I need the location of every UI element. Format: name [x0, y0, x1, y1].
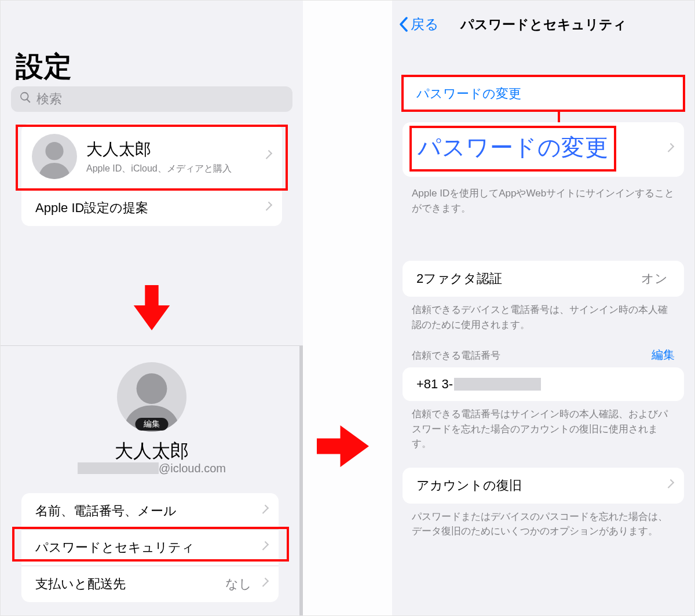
apple-id-suggestion-row[interactable]: Apple ID設定の提案 — [21, 190, 282, 226]
avatar-icon — [32, 134, 77, 179]
scrollbar[interactable] — [299, 346, 303, 615]
account-recovery-row[interactable]: アカウントの復旧 — [403, 468, 684, 504]
search-input[interactable]: 検索 — [11, 86, 292, 112]
row-payment-shipping[interactable]: 支払いと配送先 なし — [21, 566, 279, 602]
row-password-security[interactable]: パスワードとセキュリティ — [21, 529, 279, 566]
chevron-right-icon — [265, 151, 272, 162]
settings-group-account: 大人太郎 Apple ID、iCloud、メディアと購入 Apple ID設定の… — [21, 123, 282, 226]
chevron-right-icon — [667, 144, 674, 155]
down-arrow-icon — [129, 285, 174, 331]
row-value: オン — [641, 270, 668, 287]
svg-point-1 — [137, 373, 167, 404]
avatar-edit-label[interactable]: 編集 — [136, 418, 169, 431]
nav-bar: 戻る パスワードとセキュリティ — [392, 1, 694, 48]
trusted-phone-row[interactable]: +81 3- — [403, 367, 684, 401]
chevron-right-icon — [261, 505, 268, 517]
profile-subtitle: Apple ID、iCloud、メディアと購入 — [86, 163, 232, 175]
row-label: Apple ID設定の提案 — [35, 199, 148, 217]
row-name-phone-mail[interactable]: 名前、電話番号、メール — [21, 493, 279, 529]
right-arrow-icon — [317, 420, 369, 472]
account-recovery-group: アカウントの復旧 — [403, 468, 684, 504]
redacted-block — [78, 462, 159, 474]
right-column: 戻る パスワードとセキュリティ パスワードの変更 パスワードの変更 Apple … — [392, 1, 694, 615]
change-password-big-label: パスワードの変更 — [409, 126, 616, 172]
apple-id-row[interactable]: 大人太郎 Apple ID、iCloud、メディアと購入 — [21, 123, 282, 190]
profile-name: 大人太郎 — [86, 138, 232, 161]
apple-id-menu-group: 名前、電話番号、メール パスワードとセキュリティ 支払いと配送先 なし — [21, 493, 279, 602]
search-placeholder: 検索 — [36, 90, 62, 108]
chevron-right-icon — [261, 578, 268, 590]
left-column: 設定 検索 大人太郎 Apple ID、iCloud、メディアと購入 Apple… — [1, 1, 303, 615]
change-password-row[interactable]: パスワードの変更 — [403, 76, 684, 112]
profile-name-large: 大人太郎 — [1, 439, 303, 464]
trusted-phone-header: 信頼できる電話番号 編集 — [412, 347, 675, 363]
search-icon — [19, 91, 36, 107]
trusted-phone-group: +81 3- — [403, 367, 684, 401]
signin-footnote: Apple IDを使用してAppやWebサイトにサインインすることができます。 — [412, 186, 675, 216]
avatar-large[interactable]: 編集 — [117, 362, 186, 432]
recovery-footnote: パスワードまたはデバイスのパスコードを忘れた場合は、データ復旧のためにいくつかの… — [412, 509, 675, 539]
chevron-right-icon — [261, 542, 268, 553]
page-title: パスワードとセキュリティ — [460, 16, 627, 34]
redacted-block — [454, 378, 541, 391]
chevron-right-icon — [265, 202, 272, 214]
phone-number: +81 3- — [416, 377, 541, 392]
two-factor-group: 2ファクタ認証 オン — [403, 261, 684, 297]
edit-button[interactable]: 編集 — [652, 347, 675, 363]
change-password-big-row[interactable]: パスワードの変更 — [403, 122, 684, 177]
back-label: 戻る — [411, 15, 439, 34]
profile-email: @icloud.com — [1, 462, 303, 475]
trusted-phone-footnote: 信頼できる電話番号はサインイン時の本人確認、およびパスワードを忘れた場合のアカウ… — [412, 407, 675, 451]
svg-point-0 — [45, 142, 63, 160]
back-button[interactable]: 戻る — [399, 15, 439, 34]
change-password-group: パスワードの変更 — [403, 76, 684, 112]
settings-root-screen: 設定 検索 大人太郎 Apple ID、iCloud、メディアと購入 Apple… — [1, 1, 303, 280]
page-title: 設定 — [16, 48, 72, 85]
two-factor-row[interactable]: 2ファクタ認証 オン — [403, 261, 684, 297]
row-value: なし — [225, 575, 252, 593]
chevron-right-icon — [667, 480, 674, 491]
two-factor-footnote: 信頼できるデバイスと電話番号は、サインイン時の本人確認のために使用されます。 — [412, 302, 675, 332]
apple-id-screen: 編集 大人太郎 @icloud.com 名前、電話番号、メール パスワードとセキ… — [1, 345, 303, 615]
